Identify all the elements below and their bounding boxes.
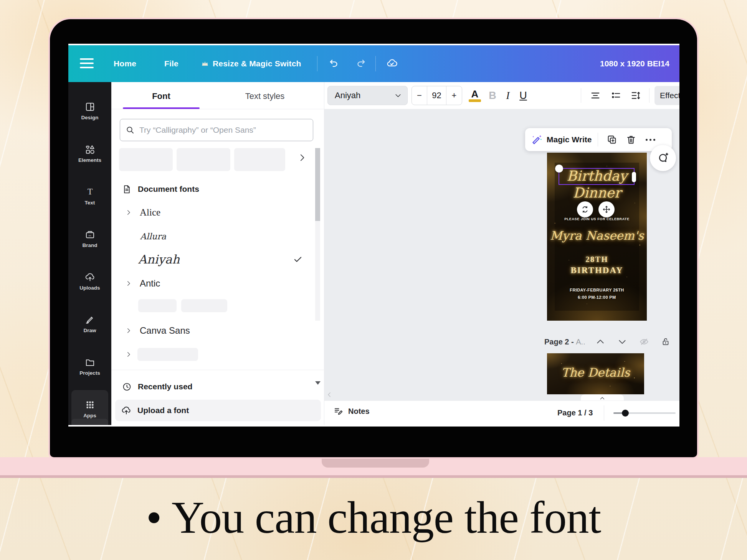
page-2-title[interactable]: Page 2 - A.. (544, 338, 585, 346)
menu-file[interactable]: File (164, 59, 178, 68)
font-panel: Font Text styles Document fonts Alice (111, 82, 324, 425)
notes-button[interactable]: Notes (334, 406, 370, 416)
italic-button[interactable]: I (501, 87, 515, 104)
resize-magic-switch-button[interactable]: Resize & Magic Switch (201, 59, 301, 68)
sidebar-item-design[interactable]: Design (71, 92, 108, 130)
bold-button[interactable]: B (486, 87, 499, 104)
align-center-icon[interactable] (590, 90, 601, 101)
floating-element-toolbar: Magic Write (525, 128, 672, 151)
duplicate-icon[interactable] (607, 134, 617, 145)
sidebar-item-draw[interactable]: Draw (71, 305, 108, 343)
design-text-birthday-word[interactable]: BIRTHDAY (547, 265, 647, 275)
selection-corner-handle[interactable] (555, 165, 563, 173)
sidebar-item-elements[interactable]: Elements (71, 135, 108, 172)
more-dots-icon[interactable] (646, 139, 655, 141)
increase-font-size-button[interactable]: + (446, 86, 462, 105)
design-text-name[interactable]: Myra Naseem's (547, 229, 647, 242)
font-row-antic[interactable]: Antic (111, 275, 315, 292)
sidebar-item-brand[interactable]: co. Brand (71, 220, 108, 257)
font-filter-chip-placeholder[interactable] (177, 148, 230, 171)
magic-write-button[interactable]: Magic Write (547, 135, 592, 144)
search-input[interactable] (139, 125, 307, 135)
apps-icon (85, 400, 95, 410)
elements-icon (85, 144, 95, 155)
chevron-right-icon[interactable] (125, 327, 132, 334)
cloud-check-icon[interactable] (386, 58, 398, 69)
design-text-subtitle[interactable]: PLEASE JOIN US FOR CELEBRATE (547, 217, 647, 221)
selection-side-handle[interactable] (632, 172, 636, 182)
undo-icon[interactable] (328, 58, 339, 69)
sidebar-item-uploads[interactable]: Uploads (71, 262, 108, 300)
magic-write-icon (531, 134, 543, 145)
check-icon (293, 254, 303, 265)
selection-box[interactable] (559, 168, 635, 185)
document-icon (122, 184, 132, 194)
notes-label: Notes (348, 407, 370, 416)
sidebar-item-label: Projects (79, 370, 100, 376)
font-row-alice[interactable]: Alice (111, 204, 315, 221)
design-text-date[interactable]: FRIDAY-FEBRUARY 26TH (547, 288, 647, 292)
panel-scrollbar[interactable] (315, 148, 320, 321)
document-size-label: 1080 x 1920 BEI14 (600, 59, 669, 68)
move-button[interactable] (598, 201, 615, 217)
chevron-right-icon[interactable] (125, 280, 132, 287)
sidebar-item-label: Text (85, 200, 95, 206)
hamburger-menu-icon[interactable] (80, 58, 94, 71)
bulleted-list-icon[interactable] (611, 90, 621, 101)
tab-font[interactable]: Font (123, 91, 200, 101)
recently-used-header[interactable]: Recently used (111, 378, 315, 395)
uploads-icon (85, 272, 95, 282)
current-color-swatch (469, 99, 481, 102)
upload-font-button[interactable]: Upload a font (115, 400, 321, 421)
scrollbar-thumb[interactable] (315, 148, 320, 221)
design-text-time[interactable]: 6:00 PM-12:00 PM (547, 295, 647, 300)
tab-text-styles[interactable]: Text styles (226, 91, 303, 101)
scroll-left-icon[interactable] (326, 391, 333, 398)
document-fonts-header[interactable]: Document fonts (111, 181, 315, 198)
move-page-up-icon[interactable] (595, 337, 605, 347)
font-filter-chip-placeholder[interactable] (119, 148, 173, 171)
scrollbar-down-arrow[interactable] (315, 381, 321, 385)
line-spacing-icon[interactable] (630, 90, 641, 101)
chevron-right-icon[interactable] (125, 351, 132, 358)
draw-icon (85, 315, 95, 325)
font-row-allura[interactable]: Allura (111, 228, 315, 245)
eye-hidden-icon[interactable] (639, 337, 649, 347)
expand-pages-tab[interactable] (581, 394, 624, 400)
text-color-button[interactable]: A (467, 87, 483, 104)
menu-home[interactable]: Home (114, 59, 136, 68)
trash-icon[interactable] (626, 134, 636, 145)
move-page-down-icon[interactable] (617, 337, 627, 347)
font-preview-placeholder (138, 299, 177, 312)
font-preview-placeholder (137, 348, 198, 361)
font-filter-chip-placeholder[interactable] (234, 148, 285, 171)
design-page-1[interactable]: Birthday Dinner PLEASE JOIN US FOR CELEB… (547, 153, 647, 321)
zoom-slider-knob[interactable] (622, 410, 629, 417)
font-name: Allura (140, 232, 166, 241)
zoom-slider[interactable] (613, 412, 676, 414)
rotate-button[interactable] (577, 201, 593, 217)
lock-open-icon[interactable] (661, 337, 671, 347)
underline-button[interactable]: U (516, 87, 530, 104)
effects-button[interactable]: Effects (654, 86, 679, 105)
brand-icon: co. (85, 229, 95, 240)
font-name: Canva Sans (140, 325, 190, 336)
font-family-select[interactable]: Aniyah (327, 86, 408, 105)
chevron-right-icon[interactable] (297, 153, 307, 163)
add-comment-button[interactable] (650, 145, 676, 171)
projects-icon (85, 357, 95, 367)
design-text-28th[interactable]: 28TH (547, 255, 647, 264)
design-text-the-details: The Details (547, 366, 644, 379)
chevron-right-icon[interactable] (125, 209, 132, 216)
font-row-aniyah[interactable]: Aniyah (111, 249, 315, 269)
design-page-2-thumbnail[interactable]: The Details (547, 353, 644, 394)
sidebar-item-projects[interactable]: Projects (71, 348, 108, 385)
redo-icon[interactable] (355, 58, 367, 69)
font-size-value[interactable]: 92 (427, 86, 446, 105)
sidebar-item-text[interactable]: T Text (71, 177, 108, 215)
font-row-canva-sans[interactable]: Canva Sans (111, 322, 315, 339)
divider (649, 88, 649, 103)
decrease-font-size-button[interactable]: − (412, 86, 427, 105)
design-text-dinner[interactable]: Dinner (547, 185, 647, 201)
font-row-loading[interactable] (111, 346, 315, 363)
